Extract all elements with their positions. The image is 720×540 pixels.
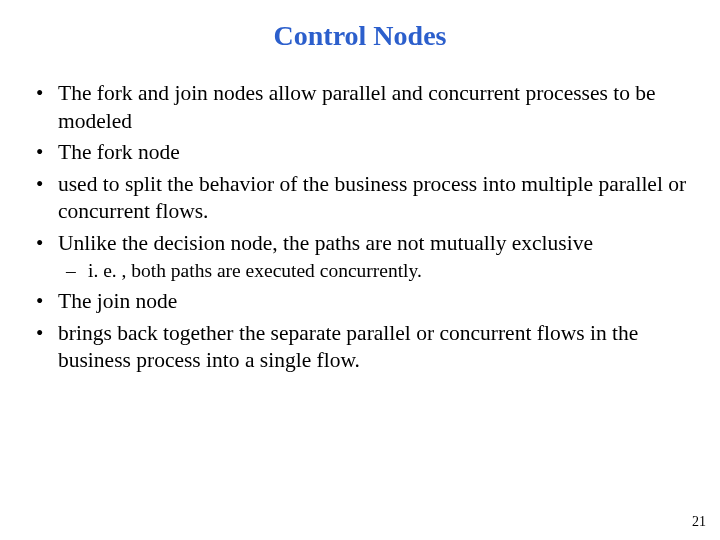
sub-bullet-item: i. e. , both paths are executed concurre… [58, 259, 688, 284]
sub-bullet-text: i. e. , both paths are executed concurre… [88, 260, 422, 281]
bullet-text: The join node [58, 289, 177, 313]
bullet-item: The join node [32, 288, 688, 316]
bullet-item: used to split the behavior of the busine… [32, 171, 688, 226]
page-number: 21 [692, 514, 706, 530]
bullet-item: The fork and join nodes allow parallel a… [32, 80, 688, 135]
bullet-item: brings back together the separate parall… [32, 320, 688, 375]
sub-bullet-list: i. e. , both paths are executed concurre… [58, 259, 688, 284]
bullet-list: The fork and join nodes allow parallel a… [32, 80, 688, 375]
bullet-text: brings back together the separate parall… [58, 321, 638, 373]
bullet-text: used to split the behavior of the busine… [58, 172, 686, 224]
slide-body: The fork and join nodes allow parallel a… [0, 62, 720, 375]
slide: Control Nodes The fork and join nodes al… [0, 0, 720, 540]
bullet-item: Unlike the decision node, the paths are … [32, 230, 688, 284]
bullet-text: The fork node [58, 140, 180, 164]
bullet-text: Unlike the decision node, the paths are … [58, 231, 593, 255]
bullet-text: The fork and join nodes allow parallel a… [58, 81, 656, 133]
bullet-item: The fork node [32, 139, 688, 167]
slide-title: Control Nodes [0, 0, 720, 62]
